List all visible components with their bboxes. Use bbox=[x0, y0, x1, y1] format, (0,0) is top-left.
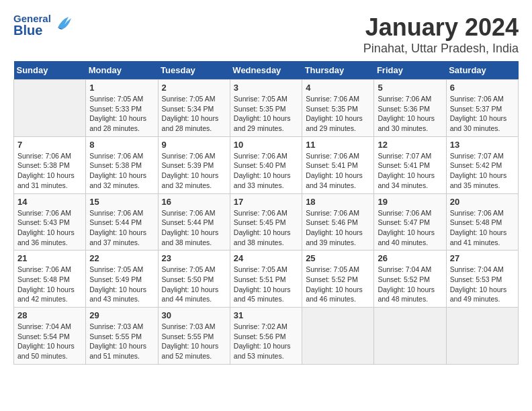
calendar-cell bbox=[14, 80, 86, 137]
day-number: 19 bbox=[378, 197, 442, 207]
day-info: Sunrise: 7:05 AM Sunset: 5:51 PM Dayligh… bbox=[234, 265, 298, 304]
calendar-cell: 31Sunrise: 7:02 AM Sunset: 5:56 PM Dayli… bbox=[230, 308, 302, 365]
calendar-cell: 23Sunrise: 7:05 AM Sunset: 5:50 PM Dayli… bbox=[158, 250, 230, 308]
header-day-wednesday: Wednesday bbox=[230, 61, 302, 80]
day-info: Sunrise: 7:05 AM Sunset: 5:35 PM Dayligh… bbox=[234, 94, 298, 134]
day-info: Sunrise: 7:04 AM Sunset: 5:53 PM Dayligh… bbox=[450, 265, 515, 304]
day-number: 8 bbox=[89, 140, 154, 150]
day-info: Sunrise: 7:06 AM Sunset: 5:35 PM Dayligh… bbox=[306, 94, 370, 134]
title-block: January 2024 Pinahat, Uttar Pradesh, Ind… bbox=[363, 13, 519, 56]
header-row: SundayMondayTuesdayWednesdayThursdayFrid… bbox=[14, 61, 519, 80]
day-info: Sunrise: 7:06 AM Sunset: 5:43 PM Dayligh… bbox=[17, 208, 82, 248]
calendar-cell: 2Sunrise: 7:05 AM Sunset: 5:34 PM Daylig… bbox=[158, 80, 230, 137]
calendar-cell: 9Sunrise: 7:06 AM Sunset: 5:39 PM Daylig… bbox=[158, 136, 230, 193]
day-number: 29 bbox=[89, 310, 154, 320]
header-day-monday: Monday bbox=[86, 61, 158, 80]
calendar-cell: 28Sunrise: 7:04 AM Sunset: 5:54 PM Dayli… bbox=[14, 308, 86, 365]
header-day-thursday: Thursday bbox=[302, 61, 374, 80]
calendar-cell: 14Sunrise: 7:06 AM Sunset: 5:43 PM Dayli… bbox=[14, 193, 86, 250]
calendar-cell: 7Sunrise: 7:06 AM Sunset: 5:38 PM Daylig… bbox=[14, 136, 86, 193]
day-info: Sunrise: 7:06 AM Sunset: 5:40 PM Dayligh… bbox=[234, 151, 298, 191]
page-subtitle: Pinahat, Uttar Pradesh, India bbox=[363, 42, 519, 56]
day-info: Sunrise: 7:07 AM Sunset: 5:41 PM Dayligh… bbox=[378, 151, 442, 191]
day-number: 9 bbox=[162, 140, 226, 150]
day-number: 21 bbox=[17, 253, 82, 263]
day-number: 15 bbox=[89, 197, 154, 207]
calendar-cell: 12Sunrise: 7:07 AM Sunset: 5:41 PM Dayli… bbox=[374, 136, 446, 193]
day-info: Sunrise: 7:06 AM Sunset: 5:45 PM Dayligh… bbox=[234, 208, 298, 248]
day-info: Sunrise: 7:06 AM Sunset: 5:47 PM Dayligh… bbox=[378, 208, 442, 248]
calendar-cell: 25Sunrise: 7:05 AM Sunset: 5:52 PM Dayli… bbox=[302, 250, 374, 308]
calendar-cell: 1Sunrise: 7:05 AM Sunset: 5:33 PM Daylig… bbox=[86, 80, 158, 137]
logo-text: General Blue bbox=[13, 13, 51, 37]
calendar-cell: 17Sunrise: 7:06 AM Sunset: 5:45 PM Dayli… bbox=[230, 193, 302, 250]
day-number: 14 bbox=[17, 197, 82, 207]
day-info: Sunrise: 7:06 AM Sunset: 5:41 PM Dayligh… bbox=[306, 151, 370, 191]
day-info: Sunrise: 7:04 AM Sunset: 5:54 PM Dayligh… bbox=[17, 322, 82, 361]
day-info: Sunrise: 7:05 AM Sunset: 5:34 PM Dayligh… bbox=[162, 94, 226, 134]
header-day-saturday: Saturday bbox=[446, 61, 518, 80]
calendar-cell: 29Sunrise: 7:03 AM Sunset: 5:55 PM Dayli… bbox=[86, 308, 158, 365]
calendar-cell: 27Sunrise: 7:04 AM Sunset: 5:53 PM Dayli… bbox=[446, 250, 518, 308]
logo-bird-icon bbox=[54, 13, 74, 34]
day-info: Sunrise: 7:05 AM Sunset: 5:50 PM Dayligh… bbox=[162, 265, 226, 304]
day-info: Sunrise: 7:02 AM Sunset: 5:56 PM Dayligh… bbox=[234, 322, 298, 361]
calendar-week-5: 28Sunrise: 7:04 AM Sunset: 5:54 PM Dayli… bbox=[14, 308, 519, 365]
day-info: Sunrise: 7:07 AM Sunset: 5:42 PM Dayligh… bbox=[450, 151, 515, 191]
calendar-cell: 21Sunrise: 7:06 AM Sunset: 5:48 PM Dayli… bbox=[14, 250, 86, 308]
header-day-friday: Friday bbox=[374, 61, 446, 80]
logo-general: General bbox=[13, 13, 51, 24]
calendar-cell: 13Sunrise: 7:07 AM Sunset: 5:42 PM Dayli… bbox=[446, 136, 518, 193]
day-number: 24 bbox=[234, 253, 298, 263]
day-info: Sunrise: 7:06 AM Sunset: 5:39 PM Dayligh… bbox=[162, 151, 226, 191]
calendar-cell: 11Sunrise: 7:06 AM Sunset: 5:41 PM Dayli… bbox=[302, 136, 374, 193]
day-number: 6 bbox=[450, 83, 515, 93]
day-number: 7 bbox=[17, 140, 82, 150]
day-info: Sunrise: 7:06 AM Sunset: 5:37 PM Dayligh… bbox=[450, 94, 515, 134]
day-info: Sunrise: 7:06 AM Sunset: 5:46 PM Dayligh… bbox=[306, 208, 370, 248]
day-number: 1 bbox=[89, 83, 154, 93]
day-number: 25 bbox=[306, 253, 370, 263]
day-info: Sunrise: 7:06 AM Sunset: 5:36 PM Dayligh… bbox=[378, 94, 442, 134]
day-number: 10 bbox=[234, 140, 298, 150]
calendar-cell: 24Sunrise: 7:05 AM Sunset: 5:51 PM Dayli… bbox=[230, 250, 302, 308]
day-number: 11 bbox=[306, 140, 370, 150]
logo: General Blue bbox=[13, 13, 74, 37]
calendar-cell: 19Sunrise: 7:06 AM Sunset: 5:47 PM Dayli… bbox=[374, 193, 446, 250]
day-number: 13 bbox=[450, 140, 515, 150]
calendar-cell: 3Sunrise: 7:05 AM Sunset: 5:35 PM Daylig… bbox=[230, 80, 302, 137]
calendar-week-4: 21Sunrise: 7:06 AM Sunset: 5:48 PM Dayli… bbox=[14, 250, 519, 308]
day-number: 3 bbox=[234, 83, 298, 93]
calendar-cell bbox=[446, 308, 518, 365]
day-number: 18 bbox=[306, 197, 370, 207]
day-number: 31 bbox=[234, 310, 298, 320]
day-info: Sunrise: 7:06 AM Sunset: 5:38 PM Dayligh… bbox=[89, 151, 154, 191]
day-info: Sunrise: 7:06 AM Sunset: 5:38 PM Dayligh… bbox=[17, 151, 82, 191]
day-info: Sunrise: 7:06 AM Sunset: 5:44 PM Dayligh… bbox=[162, 208, 226, 248]
calendar-cell bbox=[374, 308, 446, 365]
calendar-cell: 15Sunrise: 7:06 AM Sunset: 5:44 PM Dayli… bbox=[86, 193, 158, 250]
day-number: 22 bbox=[89, 253, 154, 263]
day-number: 30 bbox=[162, 310, 226, 320]
day-info: Sunrise: 7:05 AM Sunset: 5:33 PM Dayligh… bbox=[89, 94, 154, 134]
day-info: Sunrise: 7:06 AM Sunset: 5:48 PM Dayligh… bbox=[450, 208, 515, 248]
day-number: 4 bbox=[306, 83, 370, 93]
day-info: Sunrise: 7:05 AM Sunset: 5:49 PM Dayligh… bbox=[89, 265, 154, 304]
calendar-cell: 5Sunrise: 7:06 AM Sunset: 5:36 PM Daylig… bbox=[374, 80, 446, 137]
calendar-cell: 20Sunrise: 7:06 AM Sunset: 5:48 PM Dayli… bbox=[446, 193, 518, 250]
calendar-cell: 18Sunrise: 7:06 AM Sunset: 5:46 PM Dayli… bbox=[302, 193, 374, 250]
day-info: Sunrise: 7:03 AM Sunset: 5:55 PM Dayligh… bbox=[89, 322, 154, 361]
header-day-sunday: Sunday bbox=[14, 61, 86, 80]
header-day-tuesday: Tuesday bbox=[158, 61, 230, 80]
calendar-week-1: 1Sunrise: 7:05 AM Sunset: 5:33 PM Daylig… bbox=[14, 80, 519, 137]
calendar-cell bbox=[302, 308, 374, 365]
calendar-cell: 6Sunrise: 7:06 AM Sunset: 5:37 PM Daylig… bbox=[446, 80, 518, 137]
calendar-cell: 22Sunrise: 7:05 AM Sunset: 5:49 PM Dayli… bbox=[86, 250, 158, 308]
day-info: Sunrise: 7:06 AM Sunset: 5:48 PM Dayligh… bbox=[17, 265, 82, 304]
day-number: 20 bbox=[450, 197, 515, 207]
day-number: 27 bbox=[450, 253, 515, 263]
day-info: Sunrise: 7:05 AM Sunset: 5:52 PM Dayligh… bbox=[306, 265, 370, 304]
calendar-cell: 10Sunrise: 7:06 AM Sunset: 5:40 PM Dayli… bbox=[230, 136, 302, 193]
calendar-body: 1Sunrise: 7:05 AM Sunset: 5:33 PM Daylig… bbox=[14, 80, 519, 365]
calendar-week-2: 7Sunrise: 7:06 AM Sunset: 5:38 PM Daylig… bbox=[14, 136, 519, 193]
